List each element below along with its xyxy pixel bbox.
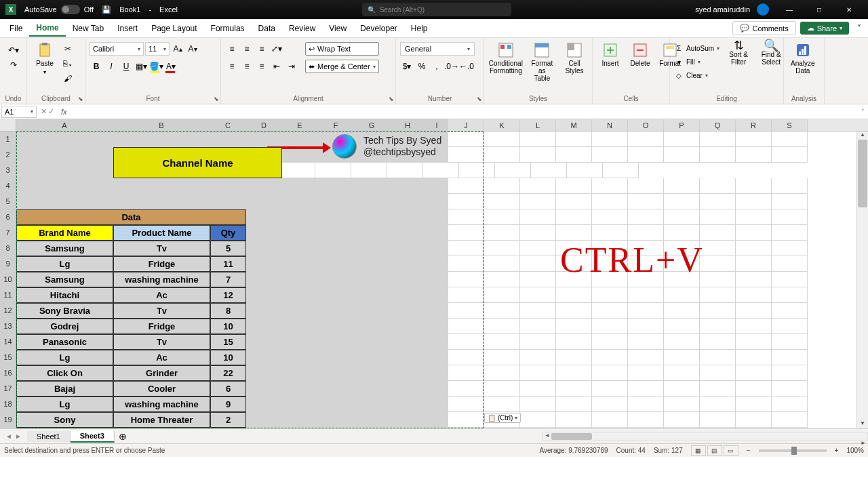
cell[interactable]: 22 xyxy=(210,365,246,381)
cell[interactable] xyxy=(628,396,664,412)
cell[interactable] xyxy=(16,147,113,163)
cell[interactable] xyxy=(592,365,628,381)
cell[interactable] xyxy=(700,131,736,147)
cell[interactable] xyxy=(772,412,808,428)
cell[interactable] xyxy=(592,131,628,147)
cell[interactable] xyxy=(556,428,592,428)
cell[interactable] xyxy=(484,287,520,303)
cell[interactable]: Sony Bravia xyxy=(16,303,113,319)
col-header-H[interactable]: H xyxy=(390,119,426,131)
cell[interactable] xyxy=(736,428,772,428)
cell[interactable]: 8 xyxy=(210,303,246,319)
row-header-14[interactable]: 14 xyxy=(0,334,16,350)
cell[interactable] xyxy=(700,319,736,334)
cell[interactable] xyxy=(484,241,520,256)
cell[interactable] xyxy=(520,428,556,428)
cell[interactable] xyxy=(520,209,556,225)
tab-home[interactable]: Home xyxy=(29,20,65,37)
cell[interactable] xyxy=(448,178,484,194)
cell[interactable]: washing machine xyxy=(113,396,210,412)
close-button[interactable]: ✕ xyxy=(835,1,863,18)
cell[interactable] xyxy=(390,287,426,303)
cell[interactable] xyxy=(556,365,592,381)
cell[interactable] xyxy=(700,303,736,319)
cell[interactable] xyxy=(484,147,520,163)
cell[interactable] xyxy=(282,350,318,365)
decrease-indent-button[interactable]: ⇤ xyxy=(270,60,283,73)
underline-button[interactable]: U xyxy=(119,60,133,73)
delete-cells-button[interactable]: Delete xyxy=(627,39,654,70)
cell[interactable] xyxy=(387,163,423,178)
cell[interactable] xyxy=(592,350,628,365)
cell[interactable] xyxy=(448,194,484,209)
cell[interactable]: 10 xyxy=(210,350,246,365)
row-header-15[interactable]: 15 xyxy=(0,350,16,365)
cell[interactable] xyxy=(736,365,772,381)
cell[interactable] xyxy=(354,241,390,256)
name-box[interactable]: A1▾ xyxy=(1,106,37,118)
col-header-R[interactable]: R xyxy=(736,119,772,131)
cell[interactable] xyxy=(664,209,700,225)
cell[interactable] xyxy=(736,209,772,225)
cell[interactable] xyxy=(628,178,664,194)
cell[interactable] xyxy=(736,225,772,241)
cell[interactable] xyxy=(246,334,282,350)
col-header-M[interactable]: M xyxy=(556,119,592,131)
cell[interactable] xyxy=(423,163,459,178)
merge-center-button[interactable]: ⬌ Merge & Center ▾ xyxy=(305,60,379,73)
cell[interactable] xyxy=(664,287,700,303)
cell[interactable] xyxy=(246,381,282,396)
cell[interactable]: 7 xyxy=(210,272,246,287)
tab-new-tab[interactable]: New Tab xyxy=(66,21,111,36)
user-avatar-icon[interactable] xyxy=(757,3,769,16)
cell[interactable] xyxy=(246,396,282,412)
row-header-16[interactable]: 16 xyxy=(0,365,16,381)
cell[interactable] xyxy=(210,178,246,194)
cell[interactable] xyxy=(246,303,282,319)
cell[interactable] xyxy=(426,412,448,428)
cell[interactable] xyxy=(700,225,736,241)
cell[interactable]: Tv xyxy=(113,303,210,319)
row-header-12[interactable]: 12 xyxy=(0,303,16,319)
save-icon[interactable]: 💾 xyxy=(102,5,111,14)
cell[interactable]: Grinder xyxy=(113,365,210,381)
cell[interactable] xyxy=(628,381,664,396)
cell[interactable] xyxy=(448,209,484,225)
cell[interactable] xyxy=(700,428,736,428)
cell[interactable] xyxy=(210,131,246,147)
cell[interactable] xyxy=(448,131,484,147)
cell[interactable]: Fridge xyxy=(113,319,210,334)
cell[interactable] xyxy=(448,256,484,272)
cell[interactable] xyxy=(426,209,448,225)
cell[interactable] xyxy=(113,178,210,194)
cell[interactable] xyxy=(484,365,520,381)
row-header-18[interactable]: 18 xyxy=(0,396,16,412)
currency-button[interactable]: $▾ xyxy=(400,60,414,73)
col-header-F[interactable]: F xyxy=(318,119,354,131)
page-layout-button[interactable]: ▤ xyxy=(707,445,722,456)
cell[interactable] xyxy=(556,381,592,396)
cell[interactable] xyxy=(448,396,484,412)
cell[interactable] xyxy=(282,147,318,163)
cell[interactable] xyxy=(246,365,282,381)
cell[interactable] xyxy=(664,412,700,428)
increase-indent-button[interactable]: ⇥ xyxy=(285,60,298,73)
cell[interactable]: Godrej xyxy=(16,319,113,334)
cell[interactable]: 2 xyxy=(210,412,246,428)
cell[interactable] xyxy=(318,428,354,428)
vertical-scrollbar[interactable]: ▲ ▼ xyxy=(856,131,868,428)
cell[interactable] xyxy=(390,365,426,381)
cell[interactable] xyxy=(628,225,664,241)
cell[interactable]: Ac xyxy=(113,287,210,303)
cell[interactable] xyxy=(16,194,113,209)
cell[interactable] xyxy=(520,396,556,412)
row-header-7[interactable]: 7 xyxy=(0,225,16,241)
fill-color-button[interactable]: 🪣▾ xyxy=(149,60,163,73)
align-middle-button[interactable]: ≡ xyxy=(240,42,254,56)
cell[interactable] xyxy=(484,256,520,272)
cell[interactable] xyxy=(484,194,520,209)
cell[interactable] xyxy=(318,381,354,396)
cell[interactable] xyxy=(556,209,592,225)
cell[interactable] xyxy=(592,381,628,396)
insert-cells-button[interactable]: Insert xyxy=(597,39,624,70)
